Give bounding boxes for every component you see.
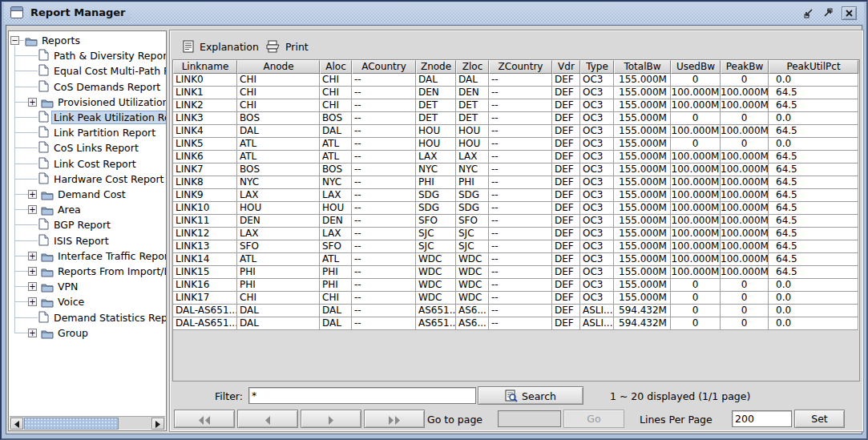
table-row[interactable]: LINK1CHICHI--DENDEN--DEFOC3155.000M100.0… — [173, 87, 859, 99]
table-row[interactable]: LINK6ATLATL--LAXLAX--DEFOC3155.000M100.0… — [173, 151, 859, 163]
next-page-button[interactable] — [301, 410, 361, 428]
column-header-peakutilpct[interactable]: PeakUtilPct — [769, 60, 858, 74]
document-icon — [38, 141, 49, 156]
iconify-button[interactable] — [803, 7, 816, 19]
cell-znode: WDC — [416, 253, 456, 266]
scroll-left-button[interactable] — [10, 418, 23, 430]
tree-item[interactable]: Demand Statistics Rep — [51, 311, 166, 325]
tree-item[interactable]: Demand Cost — [55, 188, 128, 201]
column-header-acountry[interactable]: ACountry — [352, 60, 416, 74]
table-row[interactable]: LINK15PHIPHI--WDCWDC--DEFOC3155.000M100.… — [173, 266, 859, 279]
folder-icon — [41, 96, 54, 111]
search-button[interactable]: Search — [478, 386, 583, 405]
tree-expand-toggle[interactable]: + — [28, 282, 37, 291]
tree-item[interactable]: ISIS Report — [51, 234, 111, 248]
tree-expand-toggle[interactable]: + — [28, 205, 37, 214]
column-header-vdr[interactable]: Vdr — [552, 60, 580, 74]
tree-expand-toggle[interactable]: + — [28, 252, 37, 260]
table-row[interactable]: LINK0CHICHI--DALDAL--DEFOC3155.000M000.0 — [173, 74, 859, 87]
tree-item[interactable]: Link Partition Report — [51, 126, 158, 139]
tree-item[interactable]: Voice — [55, 295, 87, 309]
tree-expand-toggle[interactable]: + — [28, 190, 37, 199]
table-row[interactable]: LINK16PHIPHI--WDCWDC--DEFOC3155.000M000.… — [173, 279, 859, 292]
column-header-peakbw[interactable]: PeakBw — [721, 60, 769, 74]
cell-peakbw: 100.000M — [721, 266, 769, 279]
column-header-linkname[interactable]: Linkname — [173, 60, 237, 74]
cell-peakutilpct: 0.0 — [769, 74, 858, 87]
tree-expand-toggle[interactable]: + — [28, 329, 37, 337]
tree-item[interactable]: Equal Cost Multi-Path R — [51, 64, 166, 78]
maximize-button[interactable] — [821, 7, 834, 19]
cell-vdr: DEF — [552, 228, 580, 240]
cell-vdr: DEF — [552, 240, 580, 253]
tree-item[interactable]: Group — [55, 326, 91, 340]
tree-item[interactable]: Path & Diversity Report — [51, 49, 166, 63]
cell-peakbw: 100.000M — [721, 125, 769, 138]
table-row[interactable]: LINK14ATLATL--WDCWDC--DEFOC3155.000M100.… — [173, 253, 859, 266]
column-header-usedbw[interactable]: UsedBw — [671, 60, 721, 74]
tree-horizontal-scrollbar[interactable] — [10, 416, 165, 430]
scroll-right-button[interactable] — [151, 418, 164, 430]
column-header-zcountry[interactable]: ZCountry — [489, 60, 552, 74]
tree-item[interactable]: Area — [55, 203, 83, 216]
cell-totalbw: 155.000M — [614, 279, 671, 292]
tree-collapse-toggle[interactable]: − — [10, 36, 19, 45]
tree-expand-toggle[interactable]: + — [28, 297, 37, 306]
table-row[interactable]: LINK10HOUHOU--SDGSDG--DEFOC3155.000M100.… — [173, 202, 859, 215]
table-row[interactable]: DAL-AS651...DALDAL--AS651...AS6...--DEFA… — [173, 305, 859, 317]
table-row[interactable]: LINK4DALDAL--HOUHOU--DEFOC3155.000M100.0… — [173, 125, 859, 138]
set-button[interactable]: Set — [794, 410, 845, 428]
last-page-button[interactable] — [364, 410, 425, 428]
cell-acountry: -- — [352, 99, 416, 112]
table-row[interactable]: LINK11DENDEN--SFOSFO--DEFOC3155.000M100.… — [173, 215, 859, 228]
column-header-anode[interactable]: Anode — [237, 60, 320, 74]
column-header-zloc[interactable]: Zloc — [456, 60, 489, 74]
table-row[interactable]: LINK12LAXLAX--SJCSJC--DEFOC3155.000M100.… — [173, 228, 859, 240]
table-row[interactable]: DAL-AS651...DALDAL--AS651...AS6...--DEFA… — [173, 317, 859, 330]
cell-linkname: LINK1 — [173, 87, 237, 99]
close-button[interactable] — [842, 6, 857, 20]
table-row[interactable]: LINK2CHICHI--DETDET--DEFOC3155.000M100.0… — [173, 99, 859, 112]
cell-znode: SDG — [416, 189, 456, 202]
tree-item[interactable]: VPN — [55, 280, 80, 293]
print-button[interactable]: Print — [265, 40, 309, 54]
lines-per-page-input[interactable] — [732, 410, 792, 427]
table-row[interactable]: LINK17CHICHI--WDCWDC--DEFOC3155.000M000.… — [173, 292, 859, 305]
table-row[interactable]: LINK13SFOSFO--SJCSJC--DEFOC3155.000M100.… — [173, 240, 859, 253]
table-row[interactable]: LINK3BOSBOS--DETDET--DEFOC3155.000M000.0 — [173, 112, 859, 125]
column-header-znode[interactable]: Znode — [416, 60, 456, 74]
cell-anode: HOU — [237, 202, 320, 215]
tree-item[interactable]: Interface Traffic Reports — [55, 249, 166, 263]
column-header-type[interactable]: Type — [580, 60, 614, 74]
tree-item[interactable]: Provisioned Utilization R — [55, 95, 166, 109]
tree-item[interactable]: CoS Demands Report — [51, 80, 163, 94]
cell-zloc: HOU — [456, 138, 489, 151]
first-page-button[interactable] — [174, 410, 235, 428]
explanation-button[interactable]: Explanation — [183, 40, 259, 54]
tree-item[interactable]: Link Cost Report — [51, 157, 139, 171]
tree-item[interactable]: Reports From Import/Li — [55, 264, 166, 278]
tree-item[interactable]: BGP Report — [51, 218, 113, 232]
cell-linkname: LINK3 — [173, 112, 237, 125]
tree-item[interactable]: CoS Links Report — [51, 141, 141, 155]
prev-page-button[interactable] — [237, 410, 298, 428]
go-to-page-input[interactable] — [498, 410, 561, 427]
column-header-aloc[interactable]: Aloc — [320, 60, 352, 74]
scrollbar-thumb[interactable] — [24, 418, 119, 430]
title-bar[interactable]: Report Manager — [4, 2, 864, 24]
tree-expand-toggle[interactable]: + — [28, 98, 37, 107]
table-row[interactable]: LINK7BOSBOS--NYCNYC--DEFOC3155.000M100.0… — [173, 163, 859, 176]
cell-usedbw: 100.000M — [671, 125, 721, 138]
table-row[interactable]: LINK9LAXLAX--SDGSDG--DEFOC3155.000M100.0… — [173, 189, 859, 202]
tree-root-label[interactable]: Reports — [39, 34, 83, 47]
tree-expand-toggle[interactable]: + — [28, 267, 37, 276]
table-row[interactable]: LINK8NYCNYC--PHIPHI--DEFOC3155.000M100.0… — [173, 176, 859, 189]
cell-linkname: LINK4 — [173, 125, 237, 138]
filter-input[interactable] — [248, 387, 476, 404]
tree-item[interactable]: Hardware Cost Report — [51, 172, 166, 186]
go-button[interactable]: Go — [563, 410, 624, 428]
table-row[interactable]: LINK5ATLATL--HOUHOU--DEFOC3155.000M000.0 — [173, 138, 859, 151]
tree-item[interactable]: Link Peak Utilization Re — [51, 111, 166, 124]
cell-totalbw: 155.000M — [614, 189, 671, 202]
column-header-totalbw[interactable]: TotalBw — [614, 60, 671, 74]
